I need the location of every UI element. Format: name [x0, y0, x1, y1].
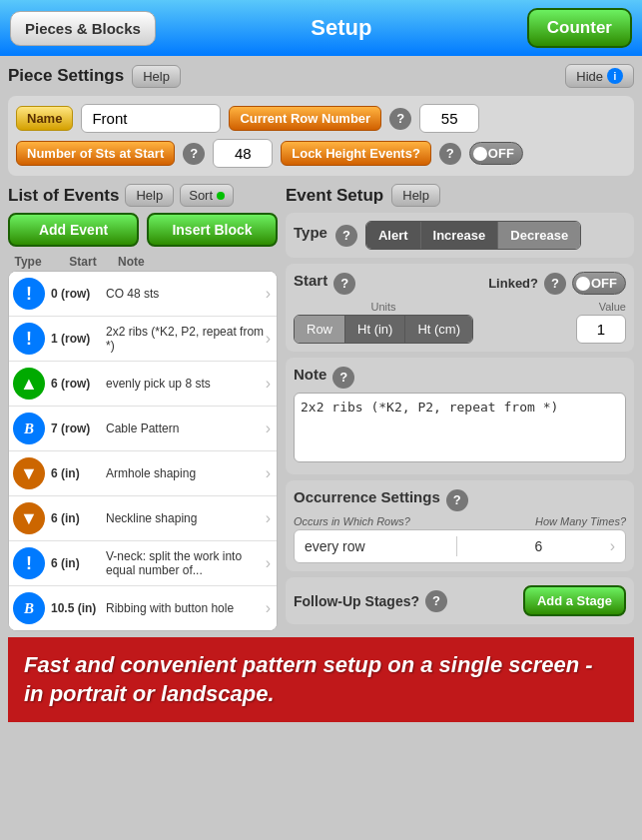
type-panel: Type ? Alert Increase Decrease: [286, 213, 634, 258]
event-note: CO 48 sts: [106, 287, 266, 301]
type-help-icon[interactable]: ?: [335, 225, 357, 247]
event-note: evenly pick up 8 sts: [106, 377, 266, 391]
name-row: Name Current Row Number ?: [16, 104, 626, 133]
block-icon: B: [13, 413, 45, 444]
event-list: ! 0 (row) CO 48 sts › ! 1 (row) 2x2 ribs…: [8, 271, 278, 631]
sts-help-icon[interactable]: ?: [183, 143, 205, 165]
how-many-label: How Many Times?: [535, 515, 626, 527]
chevron-right-icon: ›: [266, 599, 271, 617]
table-row[interactable]: ▼ 6 (in) Armhole shaping ›: [9, 451, 277, 496]
add-stage-button[interactable]: Add a Stage: [523, 585, 626, 616]
insert-block-button[interactable]: Insert Block: [147, 213, 278, 247]
unit-row-button[interactable]: Row: [295, 316, 345, 343]
occurs-in-label: Occurs in Which Rows?: [294, 515, 410, 527]
counter-button[interactable]: Counter: [527, 8, 632, 48]
chevron-right-icon: ›: [266, 285, 271, 303]
col-start: Start: [48, 255, 118, 269]
banner-text: Fast and convenient pattern setup on a s…: [24, 651, 618, 708]
event-setup-help-button[interactable]: Help: [391, 184, 440, 207]
lock-height-label: Lock Height Events?: [281, 141, 431, 166]
sts-row: Number of Sts at Start ? Lock Height Eve…: [16, 139, 626, 168]
units-button-group: Row Ht (in) Ht (cm): [294, 315, 473, 344]
col-type: Type: [8, 255, 48, 269]
followup-title: Follow-Up Stages?: [294, 593, 419, 609]
start-panel: Start ? Linked? ? OFF Units Row: [286, 264, 634, 352]
followup-panel: Follow-Up Stages? ? Add a Stage: [286, 577, 634, 624]
occurrence-count: 6: [467, 538, 609, 554]
linked-row: Linked? ? OFF: [488, 272, 626, 295]
alert-icon: !: [13, 323, 45, 355]
note-textarea[interactable]: 2x2 ribs (*K2, P2, repeat from *): [294, 393, 626, 462]
sort-button[interactable]: Sort: [180, 184, 234, 207]
occurrence-chevron-icon: ›: [610, 537, 615, 555]
sts-label: Number of Sts at Start: [16, 141, 175, 166]
table-header: Type Start Note: [8, 253, 278, 271]
piece-settings-help-button[interactable]: Help: [132, 65, 181, 88]
chevron-right-icon: ›: [266, 375, 271, 393]
occurrence-title: Occurrence Settings: [294, 488, 440, 505]
type-increase-button[interactable]: Increase: [421, 222, 499, 249]
value-label: Value: [576, 301, 626, 313]
chevron-right-icon: ›: [266, 420, 271, 437]
note-label: Note: [294, 366, 326, 383]
event-note: Armhole shaping: [106, 466, 266, 480]
lock-height-toggle[interactable]: OFF: [469, 142, 523, 165]
event-start: 6 (in): [51, 466, 106, 480]
linked-help-icon[interactable]: ?: [544, 273, 566, 295]
name-input[interactable]: [81, 104, 221, 133]
type-decrease-button[interactable]: Decrease: [498, 222, 580, 249]
piece-settings-header: Piece Settings Help Hide i: [8, 64, 634, 88]
decrease-icon: ▼: [13, 457, 45, 489]
block-icon: B: [13, 592, 45, 624]
table-row[interactable]: B 10.5 (in) Ribbing with button hole ›: [9, 586, 277, 630]
table-row[interactable]: ! 6 (in) V-neck: split the work into equ…: [9, 541, 277, 586]
page-title: Setup: [311, 15, 371, 41]
increase-icon: ▲: [13, 368, 45, 400]
list-events-header: List of Events Help Sort: [8, 184, 278, 207]
main-content: Piece Settings Help Hide i Name Current …: [0, 56, 642, 722]
table-row[interactable]: ! 1 (row) 2x2 ribs (*K2, P2, repeat from…: [9, 317, 277, 362]
hide-button[interactable]: Hide i: [565, 64, 634, 88]
alert-icon: !: [13, 278, 45, 310]
event-note: 2x2 ribs (*K2, P2, repeat from *): [106, 325, 266, 353]
type-row: Type ? Alert Increase Decrease: [294, 221, 626, 250]
current-row-input[interactable]: [419, 104, 479, 133]
right-column: Event Setup Help Type ? Alert Increase D…: [286, 184, 634, 631]
info-icon: i: [607, 68, 623, 84]
type-alert-button[interactable]: Alert: [366, 222, 421, 249]
event-start: 0 (row): [51, 287, 106, 301]
value-input[interactable]: [576, 315, 626, 344]
occurrence-values-row[interactable]: every row 6 ›: [294, 529, 626, 563]
current-row-help-icon[interactable]: ?: [389, 108, 411, 130]
type-button-group: Alert Increase Decrease: [365, 221, 581, 250]
pieces-blocks-button[interactable]: Pieces & Blocks: [10, 11, 156, 46]
start-help-icon[interactable]: ?: [333, 273, 355, 295]
unit-ht-cm-button[interactable]: Ht (cm): [405, 316, 472, 343]
event-start: 6 (in): [51, 556, 106, 570]
start-row: Start ? Linked? ? OFF: [294, 272, 626, 295]
note-help-icon[interactable]: ?: [332, 367, 354, 389]
events-help-button[interactable]: Help: [125, 184, 174, 207]
unit-ht-in-button[interactable]: Ht (in): [345, 316, 405, 343]
units-label: Units: [294, 301, 473, 313]
list-events-title: List of Events: [8, 186, 119, 206]
sort-dot-icon: [217, 192, 225, 200]
col-note: Note: [118, 255, 278, 269]
table-row[interactable]: ▼ 6 (in) Neckline shaping ›: [9, 496, 277, 541]
occurrence-panel: Occurrence Settings ? Occurs in Which Ro…: [286, 480, 634, 571]
sts-input[interactable]: [213, 139, 273, 168]
occurrence-help-icon[interactable]: ?: [446, 489, 468, 511]
table-row[interactable]: B 7 (row) Cable Pattern ›: [9, 407, 277, 451]
start-label: Start: [294, 272, 327, 289]
event-start: 6 (row): [51, 377, 106, 391]
table-row[interactable]: ! 0 (row) CO 48 sts ›: [9, 272, 277, 317]
linked-toggle[interactable]: OFF: [572, 272, 626, 295]
lock-height-help-icon[interactable]: ?: [439, 143, 461, 165]
alert-icon: !: [13, 547, 45, 579]
table-row[interactable]: ▲ 6 (row) evenly pick up 8 sts ›: [9, 362, 277, 407]
followup-help-icon[interactable]: ?: [425, 590, 447, 612]
current-row-label: Current Row Number: [229, 106, 381, 131]
event-start: 10.5 (in): [51, 601, 106, 615]
linked-label: Linked?: [488, 276, 538, 291]
add-event-button[interactable]: Add Event: [8, 213, 139, 247]
